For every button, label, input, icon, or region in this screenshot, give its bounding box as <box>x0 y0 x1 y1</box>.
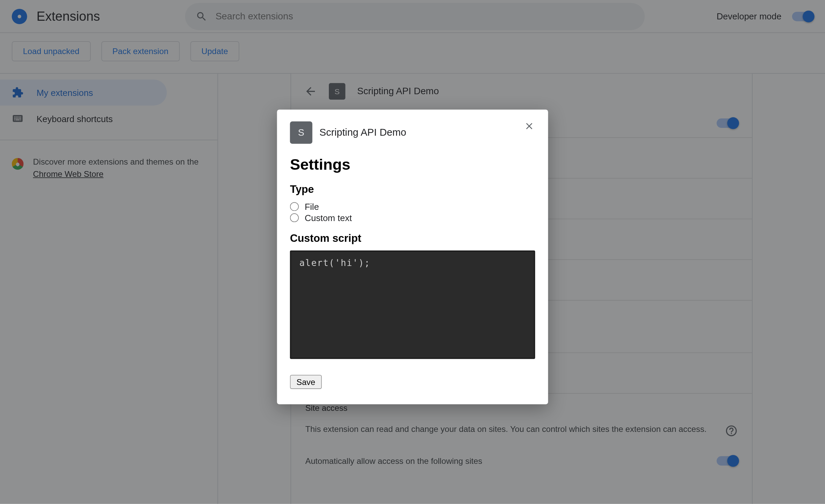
radio-custom-label: Custom text <box>305 213 352 223</box>
modal-close-button[interactable] <box>521 118 538 135</box>
type-heading: Type <box>290 183 535 196</box>
modal-extension-badge: S <box>290 121 313 144</box>
save-button[interactable]: Save <box>290 375 322 389</box>
close-icon <box>524 121 535 131</box>
custom-script-textarea[interactable] <box>290 251 535 359</box>
settings-heading: Settings <box>290 156 535 174</box>
radio-option-custom-text[interactable]: Custom text <box>290 213 535 223</box>
radio-file-input[interactable] <box>290 202 299 211</box>
radio-option-file[interactable]: File <box>290 202 535 212</box>
radio-file-label: File <box>305 202 319 212</box>
modal-extension-name: Scripting API Demo <box>319 127 406 139</box>
custom-script-heading: Custom script <box>290 232 535 245</box>
settings-modal: S Scripting API Demo Settings Type File … <box>277 110 548 404</box>
radio-custom-input[interactable] <box>290 213 299 222</box>
